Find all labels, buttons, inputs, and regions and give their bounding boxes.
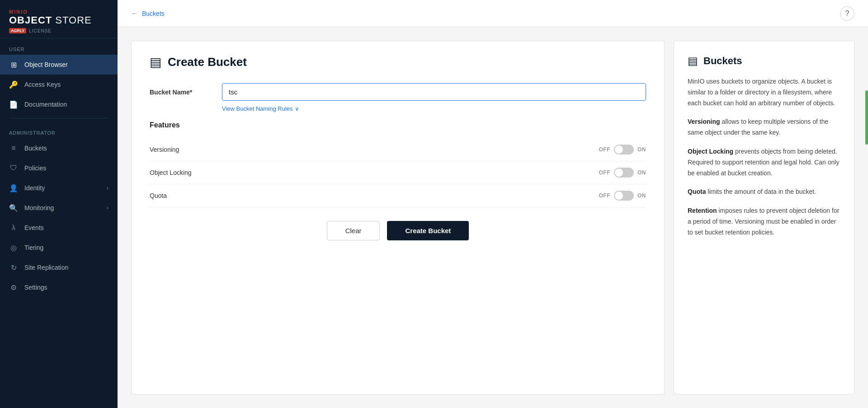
quota-toggle-group: OFF ON bbox=[599, 191, 646, 201]
logo-light: STORE bbox=[52, 14, 92, 26]
sidebar-item-label: Object Browser bbox=[24, 61, 108, 68]
info-title: Buckets bbox=[703, 55, 742, 67]
sidebar-item-tiering[interactable]: ◎ Tiering bbox=[0, 238, 118, 258]
sidebar-item-buckets[interactable]: ≡ Buckets bbox=[0, 138, 118, 158]
sidebar-item-label: Tiering bbox=[24, 244, 108, 251]
versioning-off-label: OFF bbox=[599, 146, 611, 153]
sidebar-item-documentation[interactable]: 📄 Documentation bbox=[0, 94, 118, 114]
sidebar-item-site-replication[interactable]: ↻ Site Replication bbox=[0, 258, 118, 277]
chevron-down-icon: › bbox=[107, 205, 108, 211]
breadcrumb-link[interactable]: Buckets bbox=[142, 10, 165, 17]
create-bucket-button[interactable]: Create Bucket bbox=[387, 221, 469, 240]
object-locking-toggle-thumb bbox=[615, 169, 623, 177]
quota-toggle[interactable] bbox=[614, 191, 634, 201]
sidebar-item-label: Access Keys bbox=[24, 81, 108, 88]
info-intro-text: MinIO uses buckets to organize objects. … bbox=[688, 76, 840, 108]
site-replication-icon: ↻ bbox=[9, 263, 18, 272]
quota-bold: Quota bbox=[688, 188, 706, 195]
retention-bold: Retention bbox=[688, 207, 717, 214]
info-object-locking-text: Object Locking prevents objects from bei… bbox=[688, 146, 840, 178]
bucket-name-input[interactable] bbox=[222, 83, 646, 101]
object-locking-feature-row: Object Locking OFF ON bbox=[150, 161, 646, 184]
sidebar-item-monitoring[interactable]: 🔍 Monitoring › bbox=[0, 198, 118, 218]
sidebar-item-policies[interactable]: 🛡 Policies bbox=[0, 158, 118, 178]
badge-text: LICENSE bbox=[29, 28, 52, 33]
info-bucket-icon: ▤ bbox=[688, 55, 698, 67]
clear-button[interactable]: Clear bbox=[327, 221, 380, 240]
sidebar-item-label: Monitoring bbox=[24, 204, 100, 211]
versioning-bold: Versioning bbox=[688, 118, 720, 125]
versioning-toggle-thumb bbox=[615, 145, 623, 154]
sidebar-item-label: Settings bbox=[24, 284, 108, 291]
logo-title: OBJECT STORE bbox=[9, 14, 108, 26]
info-title-row: ▤ Buckets bbox=[688, 55, 840, 67]
sidebar-item-label: Policies bbox=[24, 164, 108, 172]
logo-bold: OBJECT bbox=[9, 14, 52, 26]
quota-off-label: OFF bbox=[599, 192, 611, 199]
object-locking-bold: Object Locking bbox=[688, 148, 733, 155]
form-title: Create Bucket bbox=[168, 55, 247, 69]
create-bucket-form: ▤ Create Bucket Bucket Name* View Bucket… bbox=[131, 41, 665, 394]
bucket-name-label: Bucket Name* bbox=[150, 89, 222, 96]
features-label: Features bbox=[150, 121, 646, 129]
sidebar-item-label: Site Replication bbox=[24, 264, 108, 271]
sidebar-item-settings[interactable]: ⚙ Settings bbox=[0, 277, 118, 297]
versioning-feature-row: Versioning OFF ON bbox=[150, 138, 646, 161]
buckets-icon: ≡ bbox=[9, 144, 18, 153]
sidebar-divider bbox=[9, 118, 108, 118]
bucket-form-icon: ▤ bbox=[150, 55, 161, 70]
sidebar: MINIO OBJECT STORE AGPLY LICENSE User ⊞ … bbox=[0, 0, 118, 408]
sidebar-item-object-browser[interactable]: ⊞ Object Browser bbox=[0, 55, 118, 75]
main-area: ← Buckets ? ▤ Create Bucket Bucket Name*… bbox=[118, 0, 868, 408]
object-locking-toggle[interactable] bbox=[614, 168, 634, 178]
object-locking-off-label: OFF bbox=[599, 169, 611, 176]
help-button[interactable]: ? bbox=[840, 6, 854, 21]
form-title-row: ▤ Create Bucket bbox=[150, 55, 646, 70]
info-panel: ▤ Buckets MinIO uses buckets to organize… bbox=[674, 41, 854, 394]
tiering-icon: ◎ bbox=[9, 243, 18, 252]
object-locking-on-label: ON bbox=[637, 169, 646, 176]
form-actions: Clear Create Bucket bbox=[150, 221, 646, 240]
sidebar-item-label: Events bbox=[24, 224, 108, 231]
object-locking-toggle-group: OFF ON bbox=[599, 168, 646, 178]
sidebar-item-label: Documentation bbox=[24, 101, 108, 108]
sidebar-item-identity[interactable]: 👤 Identity › bbox=[0, 178, 118, 198]
versioning-toggle[interactable] bbox=[614, 145, 634, 155]
naming-rules-label: View Bucket Naming Rules bbox=[222, 105, 293, 112]
sidebar-item-label: Identity bbox=[24, 184, 100, 192]
quota-label: Quota bbox=[150, 192, 599, 199]
object-locking-label: Object Locking bbox=[150, 169, 599, 176]
sidebar-item-events[interactable]: λ Events bbox=[0, 218, 118, 238]
versioning-toggle-group: OFF ON bbox=[599, 145, 646, 155]
sidebar-item-label: Buckets bbox=[24, 145, 108, 152]
quota-toggle-thumb bbox=[615, 192, 623, 200]
naming-rules-chevron: ∨ bbox=[295, 105, 299, 112]
logo-area: MINIO OBJECT STORE AGPLY LICENSE bbox=[0, 0, 118, 38]
identity-icon: 👤 bbox=[9, 183, 18, 192]
versioning-on-label: ON bbox=[637, 146, 646, 153]
object-browser-icon: ⊞ bbox=[9, 60, 18, 69]
content-area: ▤ Create Bucket Bucket Name* View Bucket… bbox=[118, 27, 868, 408]
info-versioning-text: Versioning allows to keep multiple versi… bbox=[688, 117, 840, 138]
quota-feature-row: Quota OFF ON bbox=[150, 184, 646, 207]
logo-badge: AGPLY LICENSE bbox=[9, 28, 108, 33]
versioning-label: Versioning bbox=[150, 146, 599, 153]
settings-icon: ⚙ bbox=[9, 283, 18, 292]
badge-icon: AGPLY bbox=[9, 28, 26, 33]
scroll-indicator bbox=[865, 90, 868, 145]
documentation-icon: 📄 bbox=[9, 100, 18, 109]
sidebar-item-access-keys[interactable]: 🔑 Access Keys bbox=[0, 75, 118, 94]
events-icon: λ bbox=[9, 223, 18, 232]
policies-icon: 🛡 bbox=[9, 164, 18, 173]
info-quota-text: Quota limits the amount of data in the b… bbox=[688, 187, 840, 197]
back-arrow-icon[interactable]: ← bbox=[131, 9, 138, 18]
topbar: ← Buckets ? bbox=[118, 0, 868, 27]
monitoring-icon: 🔍 bbox=[9, 203, 18, 212]
admin-section-label: Administrator bbox=[0, 122, 118, 138]
naming-rules-link[interactable]: View Bucket Naming Rules ∨ bbox=[222, 105, 646, 112]
info-retention-text: Retention imposes rules to prevent objec… bbox=[688, 206, 840, 238]
breadcrumb: ← Buckets bbox=[131, 9, 165, 18]
access-keys-icon: 🔑 bbox=[9, 80, 18, 89]
help-icon: ? bbox=[845, 9, 849, 18]
chevron-down-icon: › bbox=[107, 185, 108, 191]
